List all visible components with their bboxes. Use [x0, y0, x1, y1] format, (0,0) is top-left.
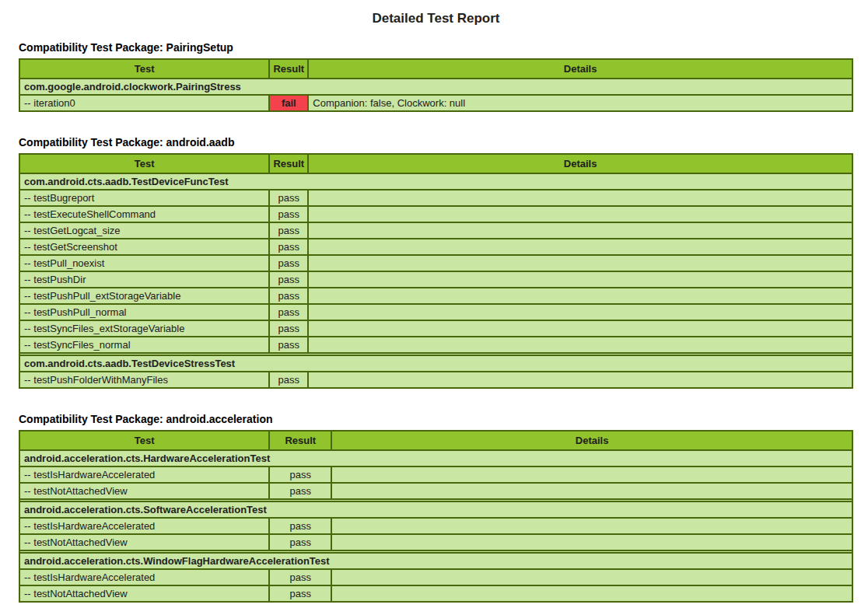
test-name-cell: -- testIsHardwareAccelerated	[19, 466, 269, 483]
column-header-result: Result	[269, 59, 308, 79]
test-result-cell: pass	[269, 206, 308, 222]
column-header-test: Test	[19, 59, 269, 79]
test-details-cell	[331, 518, 852, 534]
test-details-cell	[308, 320, 852, 337]
test-result-cell: pass	[269, 337, 308, 353]
test-name-cell: -- testSyncFiles_extStorageVariable	[19, 320, 269, 337]
test-result-cell: pass	[269, 255, 308, 271]
test-details-cell	[331, 483, 852, 499]
test-row: -- testGetLogcat_size pass	[19, 222, 852, 239]
test-details-cell	[331, 585, 852, 602]
test-name-cell: -- testGetLogcat_size	[19, 222, 269, 239]
test-name-cell: -- testPushDir	[19, 271, 269, 288]
test-row: -- iteration0 fail Companion: false, Clo…	[19, 95, 852, 111]
column-header-details: Details	[308, 154, 852, 173]
test-result-cell: pass	[269, 239, 308, 255]
test-name-cell: -- testPushPull_normal	[19, 304, 269, 320]
test-name-cell: -- testIsHardwareAccelerated	[19, 569, 269, 585]
column-header-details: Details	[331, 431, 852, 450]
test-details-cell	[331, 534, 852, 550]
test-class-name: android.acceleration.cts.HardwareAcceler…	[19, 450, 852, 466]
test-result-cell: pass	[269, 288, 308, 304]
test-result-cell: pass	[269, 518, 331, 534]
test-class-name: com.google.android.clockwork.PairingStre…	[19, 79, 852, 95]
test-details-cell	[308, 271, 852, 288]
test-name-cell: -- testNotAttachedView	[19, 483, 269, 499]
test-result-cell: pass	[269, 304, 308, 320]
test-row: -- testSyncFiles_extStorageVariable pass	[19, 320, 852, 337]
results-table: Test Result Details com.android.cts.aadb…	[19, 153, 853, 389]
package-heading: Compatibility Test Package: android.aadb	[19, 136, 853, 149]
test-row: -- testNotAttachedView pass	[19, 585, 852, 602]
column-header-details: Details	[308, 59, 852, 79]
test-name-cell: -- testBugreport	[19, 190, 269, 206]
package-heading: Compatibility Test Package: android.acce…	[19, 413, 853, 425]
test-name-cell: -- testGetScreenshot	[19, 239, 269, 255]
test-result-cell: pass	[269, 222, 308, 239]
test-row: -- testIsHardwareAccelerated pass	[19, 518, 852, 534]
results-table-body: android.acceleration.cts.HardwareAcceler…	[19, 450, 852, 602]
test-result-cell: pass	[269, 483, 331, 499]
table-header-row: Test Result Details	[19, 431, 852, 450]
table-header-row: Test Result Details	[19, 59, 852, 79]
test-class-name: android.acceleration.cts.SoftwareAcceler…	[19, 501, 852, 518]
test-result-cell: pass	[269, 585, 331, 602]
test-name-cell: -- testPushFolderWithManyFiles	[19, 372, 269, 388]
results-table: Test Result Details android.acceleration…	[19, 430, 853, 603]
test-name-cell: -- iteration0	[19, 95, 269, 111]
column-header-result: Result	[269, 431, 331, 450]
test-details-cell	[331, 569, 852, 585]
test-row: -- testPull_noexist pass	[19, 255, 852, 271]
test-name-cell: -- testExecuteShellCommand	[19, 206, 269, 222]
test-details-cell	[308, 288, 852, 304]
detailed-test-report-page: { "title": "Detailed Test Report", "labe…	[0, 0, 868, 615]
page-title: Detailed Test Report	[19, 11, 853, 26]
test-class-name: com.android.cts.aadb.TestDeviceFuncTest	[19, 173, 852, 190]
test-class-row: android.acceleration.cts.WindowFlagHardw…	[19, 553, 852, 569]
test-name-cell: -- testNotAttachedView	[19, 585, 269, 602]
test-class-name: com.android.cts.aadb.TestDeviceStressTes…	[19, 355, 852, 372]
test-details-cell	[308, 337, 852, 353]
test-name-cell: -- testSyncFiles_normal	[19, 337, 269, 353]
test-row: -- testIsHardwareAccelerated pass	[19, 466, 852, 483]
package-heading: Compatibility Test Package: PairingSetup	[19, 41, 853, 54]
test-details-cell	[308, 206, 852, 222]
report-sections: Compatibility Test Package: PairingSetup…	[19, 41, 853, 603]
test-row: -- testPushPull_extStorageVariable pass	[19, 288, 852, 304]
test-class-row: android.acceleration.cts.HardwareAcceler…	[19, 450, 852, 466]
test-row: -- testGetScreenshot pass	[19, 239, 852, 255]
test-result-cell: pass	[269, 534, 331, 550]
test-class-row: com.android.cts.aadb.TestDeviceFuncTest	[19, 173, 852, 190]
test-details-cell	[308, 239, 852, 255]
test-row: -- testIsHardwareAccelerated pass	[19, 569, 852, 585]
test-row: -- testBugreport pass	[19, 190, 852, 206]
test-result-cell: fail	[269, 95, 308, 111]
test-row: -- testPushDir pass	[19, 271, 852, 288]
test-class-row: com.google.android.clockwork.PairingStre…	[19, 79, 852, 95]
test-class-row: android.acceleration.cts.SoftwareAcceler…	[19, 501, 852, 518]
test-result-cell: pass	[269, 190, 308, 206]
column-header-test: Test	[19, 154, 269, 173]
table-header-row: Test Result Details	[19, 154, 852, 173]
test-class-name: android.acceleration.cts.WindowFlagHardw…	[19, 553, 852, 569]
test-details-cell	[308, 372, 852, 388]
results-table: Test Result Details com.google.android.c…	[19, 58, 853, 112]
package-section: Compatibility Test Package: PairingSetup…	[19, 41, 853, 112]
test-details-cell: Companion: false, Clockwork: null	[308, 95, 852, 111]
test-row: -- testPushPull_normal pass	[19, 304, 852, 320]
test-details-cell	[308, 222, 852, 239]
results-table-body: com.android.cts.aadb.TestDeviceFuncTest …	[19, 173, 852, 388]
test-result-cell: pass	[269, 466, 331, 483]
test-name-cell: -- testNotAttachedView	[19, 534, 269, 550]
test-result-cell: pass	[269, 320, 308, 337]
test-result-cell: pass	[269, 569, 331, 585]
column-header-test: Test	[19, 431, 269, 450]
column-header-result: Result	[269, 154, 308, 173]
test-details-cell	[308, 255, 852, 271]
test-details-cell	[308, 190, 852, 206]
test-name-cell: -- testIsHardwareAccelerated	[19, 518, 269, 534]
test-row: -- testNotAttachedView pass	[19, 483, 852, 499]
test-row: -- testExecuteShellCommand pass	[19, 206, 852, 222]
test-row: -- testPushFolderWithManyFiles pass	[19, 372, 852, 388]
results-table-body: com.google.android.clockwork.PairingStre…	[19, 79, 852, 111]
